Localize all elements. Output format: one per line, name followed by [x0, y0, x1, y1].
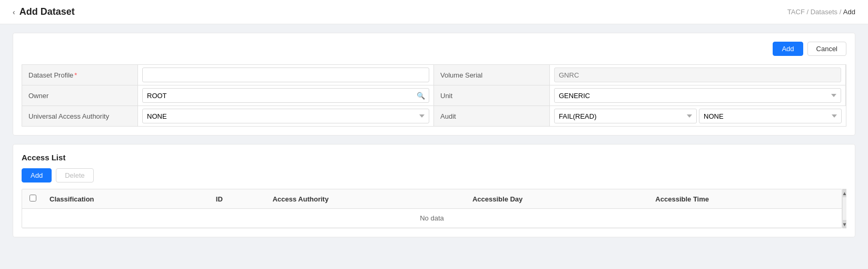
- col-access-authority-header: Access Authority: [266, 189, 466, 209]
- audit-label: Audit: [434, 106, 550, 126]
- col-classification-header: Classification: [43, 189, 210, 209]
- audit-group: NONE SUCCESS(READ) SUCCESS(UPDATE) SUCCE…: [554, 109, 842, 123]
- add-button[interactable]: Add: [773, 42, 803, 56]
- access-list-card: Access List Add Delete Classification: [13, 144, 855, 237]
- access-list-delete-button[interactable]: Delete: [56, 168, 94, 182]
- access-list-actions: Add Delete: [22, 168, 846, 182]
- dataset-profile-input[interactable]: [142, 68, 429, 82]
- page-header: ‹ Add Dataset TACF / Datasets / Add: [0, 0, 868, 24]
- breadcrumb-sep2: /: [840, 8, 843, 16]
- back-button[interactable]: ‹: [13, 8, 15, 16]
- volume-serial-value: [550, 65, 846, 85]
- owner-input-wrapper: 🔍: [142, 88, 429, 103]
- col-check-header: [22, 189, 43, 209]
- owner-label: Owner: [22, 85, 138, 106]
- card-actions: Add Cancel: [22, 42, 846, 56]
- uaa-label: Universal Access Authority: [22, 106, 138, 126]
- table-header-row: Classification ID Access Authority Acces…: [22, 189, 842, 209]
- audit-value[interactable]: NONE SUCCESS(READ) SUCCESS(UPDATE) SUCCE…: [550, 106, 846, 126]
- breadcrumb-current: Add: [843, 8, 855, 16]
- table-scroll-area: Classification ID Access Authority Acces…: [22, 189, 842, 228]
- page-title-area: ‹ Add Dataset: [13, 6, 75, 17]
- table-wrapper: Classification ID Access Authority Acces…: [22, 189, 846, 228]
- scrollbar-track: ▲ ▼: [842, 189, 846, 228]
- page-title: Add Dataset: [19, 6, 75, 17]
- no-data-row: No data: [22, 209, 842, 228]
- unit-select[interactable]: GENERIC TRACKS CYLINDERS: [554, 88, 841, 103]
- scroll-down-button[interactable]: ▼: [843, 220, 846, 228]
- table-container: Classification ID Access Authority Acces…: [22, 189, 842, 228]
- scroll-up-button[interactable]: ▲: [843, 189, 846, 197]
- breadcrumb: TACF / Datasets / Add: [787, 8, 855, 16]
- uaa-select[interactable]: NONE READ UPDATE CONTROL ALTER: [142, 109, 429, 123]
- unit-value[interactable]: GENERIC TRACKS CYLINDERS: [550, 85, 846, 106]
- select-all-checkbox[interactable]: [29, 195, 36, 201]
- dataset-profile-label: Dataset Profile*: [22, 65, 138, 85]
- col-accessible-time-header: Accessible Time: [649, 189, 842, 209]
- owner-input[interactable]: [142, 88, 429, 103]
- form-card: Add Cancel Dataset Profile* Volume Seria…: [13, 33, 855, 136]
- audit-select-2[interactable]: NONE READ UPDATE CONTROL ALTER: [699, 109, 842, 123]
- access-list-title: Access List: [22, 153, 846, 162]
- access-list-table: Classification ID Access Authority Acces…: [22, 189, 842, 228]
- dataset-profile-value[interactable]: [138, 65, 434, 85]
- uaa-value[interactable]: NONE READ UPDATE CONTROL ALTER: [138, 106, 434, 126]
- main-content: Add Cancel Dataset Profile* Volume Seria…: [0, 24, 868, 254]
- owner-value[interactable]: 🔍: [138, 85, 434, 106]
- volume-serial-label: Volume Serial: [434, 65, 550, 85]
- breadcrumb-root: TACF: [787, 8, 805, 16]
- volume-serial-input: [554, 68, 841, 82]
- col-id-header: ID: [210, 189, 267, 209]
- cancel-button[interactable]: Cancel: [807, 42, 846, 56]
- form-grid: Dataset Profile* Volume Serial Owner 🔍: [22, 64, 846, 127]
- unit-label: Unit: [434, 85, 550, 106]
- access-list-add-button[interactable]: Add: [22, 168, 52, 182]
- no-data-cell: No data: [22, 209, 842, 228]
- col-accessible-day-header: Accessible Day: [466, 189, 649, 209]
- owner-search-icon[interactable]: 🔍: [417, 92, 425, 100]
- breadcrumb-sep1: /: [806, 8, 810, 16]
- breadcrumb-section: Datasets: [811, 8, 837, 16]
- audit-select-1[interactable]: NONE SUCCESS(READ) SUCCESS(UPDATE) SUCCE…: [554, 109, 697, 123]
